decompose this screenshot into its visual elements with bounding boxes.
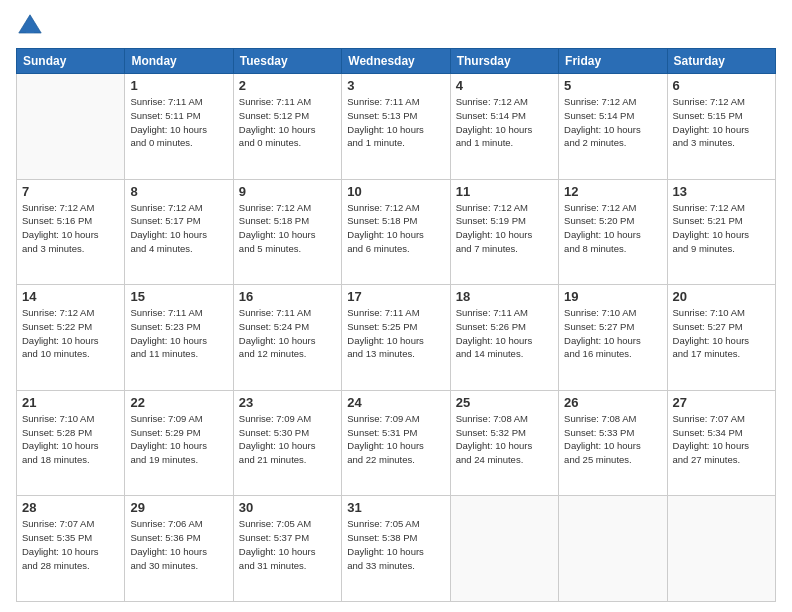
- day-number: 18: [456, 289, 553, 304]
- day-number: 4: [456, 78, 553, 93]
- calendar-cell: 19Sunrise: 7:10 AM Sunset: 5:27 PM Dayli…: [559, 285, 667, 391]
- calendar-cell: 1Sunrise: 7:11 AM Sunset: 5:11 PM Daylig…: [125, 74, 233, 180]
- day-info: Sunrise: 7:09 AM Sunset: 5:30 PM Dayligh…: [239, 412, 336, 467]
- day-info: Sunrise: 7:11 AM Sunset: 5:24 PM Dayligh…: [239, 306, 336, 361]
- day-number: 19: [564, 289, 661, 304]
- logo: [16, 12, 48, 40]
- calendar-cell: 11Sunrise: 7:12 AM Sunset: 5:19 PM Dayli…: [450, 179, 558, 285]
- calendar-cell: 22Sunrise: 7:09 AM Sunset: 5:29 PM Dayli…: [125, 390, 233, 496]
- day-number: 28: [22, 500, 119, 515]
- day-info: Sunrise: 7:12 AM Sunset: 5:18 PM Dayligh…: [239, 201, 336, 256]
- calendar-week-row: 21Sunrise: 7:10 AM Sunset: 5:28 PM Dayli…: [17, 390, 776, 496]
- day-info: Sunrise: 7:12 AM Sunset: 5:14 PM Dayligh…: [564, 95, 661, 150]
- day-info: Sunrise: 7:11 AM Sunset: 5:13 PM Dayligh…: [347, 95, 444, 150]
- day-number: 14: [22, 289, 119, 304]
- calendar-week-row: 14Sunrise: 7:12 AM Sunset: 5:22 PM Dayli…: [17, 285, 776, 391]
- calendar-cell: 17Sunrise: 7:11 AM Sunset: 5:25 PM Dayli…: [342, 285, 450, 391]
- day-number: 15: [130, 289, 227, 304]
- calendar-cell: 24Sunrise: 7:09 AM Sunset: 5:31 PM Dayli…: [342, 390, 450, 496]
- day-info: Sunrise: 7:12 AM Sunset: 5:14 PM Dayligh…: [456, 95, 553, 150]
- day-number: 22: [130, 395, 227, 410]
- calendar-cell: 15Sunrise: 7:11 AM Sunset: 5:23 PM Dayli…: [125, 285, 233, 391]
- calendar-cell: 31Sunrise: 7:05 AM Sunset: 5:38 PM Dayli…: [342, 496, 450, 602]
- calendar-header-tuesday: Tuesday: [233, 49, 341, 74]
- calendar-cell: 28Sunrise: 7:07 AM Sunset: 5:35 PM Dayli…: [17, 496, 125, 602]
- day-info: Sunrise: 7:05 AM Sunset: 5:38 PM Dayligh…: [347, 517, 444, 572]
- day-info: Sunrise: 7:11 AM Sunset: 5:25 PM Dayligh…: [347, 306, 444, 361]
- day-info: Sunrise: 7:05 AM Sunset: 5:37 PM Dayligh…: [239, 517, 336, 572]
- day-info: Sunrise: 7:12 AM Sunset: 5:17 PM Dayligh…: [130, 201, 227, 256]
- calendar-header-wednesday: Wednesday: [342, 49, 450, 74]
- day-info: Sunrise: 7:08 AM Sunset: 5:32 PM Dayligh…: [456, 412, 553, 467]
- day-number: 12: [564, 184, 661, 199]
- day-number: 10: [347, 184, 444, 199]
- day-number: 25: [456, 395, 553, 410]
- day-number: 1: [130, 78, 227, 93]
- day-number: 13: [673, 184, 770, 199]
- day-info: Sunrise: 7:11 AM Sunset: 5:11 PM Dayligh…: [130, 95, 227, 150]
- calendar-table: SundayMondayTuesdayWednesdayThursdayFrid…: [16, 48, 776, 602]
- calendar-cell: [559, 496, 667, 602]
- calendar-cell: 27Sunrise: 7:07 AM Sunset: 5:34 PM Dayli…: [667, 390, 775, 496]
- calendar-cell: 23Sunrise: 7:09 AM Sunset: 5:30 PM Dayli…: [233, 390, 341, 496]
- logo-icon: [16, 12, 44, 40]
- calendar-week-row: 7Sunrise: 7:12 AM Sunset: 5:16 PM Daylig…: [17, 179, 776, 285]
- day-info: Sunrise: 7:07 AM Sunset: 5:34 PM Dayligh…: [673, 412, 770, 467]
- calendar-cell: 12Sunrise: 7:12 AM Sunset: 5:20 PM Dayli…: [559, 179, 667, 285]
- calendar-cell: 10Sunrise: 7:12 AM Sunset: 5:18 PM Dayli…: [342, 179, 450, 285]
- day-info: Sunrise: 7:12 AM Sunset: 5:15 PM Dayligh…: [673, 95, 770, 150]
- calendar-cell: 20Sunrise: 7:10 AM Sunset: 5:27 PM Dayli…: [667, 285, 775, 391]
- day-info: Sunrise: 7:12 AM Sunset: 5:16 PM Dayligh…: [22, 201, 119, 256]
- calendar-cell: 29Sunrise: 7:06 AM Sunset: 5:36 PM Dayli…: [125, 496, 233, 602]
- day-number: 3: [347, 78, 444, 93]
- day-number: 24: [347, 395, 444, 410]
- calendar-cell: 26Sunrise: 7:08 AM Sunset: 5:33 PM Dayli…: [559, 390, 667, 496]
- calendar-cell: [17, 74, 125, 180]
- day-number: 21: [22, 395, 119, 410]
- day-number: 23: [239, 395, 336, 410]
- day-info: Sunrise: 7:09 AM Sunset: 5:29 PM Dayligh…: [130, 412, 227, 467]
- day-info: Sunrise: 7:07 AM Sunset: 5:35 PM Dayligh…: [22, 517, 119, 572]
- day-info: Sunrise: 7:12 AM Sunset: 5:22 PM Dayligh…: [22, 306, 119, 361]
- calendar-week-row: 1Sunrise: 7:11 AM Sunset: 5:11 PM Daylig…: [17, 74, 776, 180]
- day-number: 31: [347, 500, 444, 515]
- day-number: 30: [239, 500, 336, 515]
- calendar-cell: 18Sunrise: 7:11 AM Sunset: 5:26 PM Dayli…: [450, 285, 558, 391]
- calendar-cell: [667, 496, 775, 602]
- calendar-cell: 3Sunrise: 7:11 AM Sunset: 5:13 PM Daylig…: [342, 74, 450, 180]
- day-info: Sunrise: 7:10 AM Sunset: 5:27 PM Dayligh…: [673, 306, 770, 361]
- calendar-header-saturday: Saturday: [667, 49, 775, 74]
- day-info: Sunrise: 7:10 AM Sunset: 5:28 PM Dayligh…: [22, 412, 119, 467]
- day-info: Sunrise: 7:10 AM Sunset: 5:27 PM Dayligh…: [564, 306, 661, 361]
- day-number: 27: [673, 395, 770, 410]
- calendar-cell: 9Sunrise: 7:12 AM Sunset: 5:18 PM Daylig…: [233, 179, 341, 285]
- day-number: 8: [130, 184, 227, 199]
- day-info: Sunrise: 7:08 AM Sunset: 5:33 PM Dayligh…: [564, 412, 661, 467]
- day-number: 16: [239, 289, 336, 304]
- calendar-header-row: SundayMondayTuesdayWednesdayThursdayFrid…: [17, 49, 776, 74]
- calendar-cell: 16Sunrise: 7:11 AM Sunset: 5:24 PM Dayli…: [233, 285, 341, 391]
- day-number: 6: [673, 78, 770, 93]
- day-number: 5: [564, 78, 661, 93]
- calendar-cell: 14Sunrise: 7:12 AM Sunset: 5:22 PM Dayli…: [17, 285, 125, 391]
- calendar-header-monday: Monday: [125, 49, 233, 74]
- day-number: 17: [347, 289, 444, 304]
- calendar-header-thursday: Thursday: [450, 49, 558, 74]
- calendar-cell: [450, 496, 558, 602]
- day-info: Sunrise: 7:06 AM Sunset: 5:36 PM Dayligh…: [130, 517, 227, 572]
- calendar-cell: 2Sunrise: 7:11 AM Sunset: 5:12 PM Daylig…: [233, 74, 341, 180]
- day-number: 9: [239, 184, 336, 199]
- calendar-header-sunday: Sunday: [17, 49, 125, 74]
- calendar-cell: 25Sunrise: 7:08 AM Sunset: 5:32 PM Dayli…: [450, 390, 558, 496]
- header: [16, 12, 776, 40]
- day-info: Sunrise: 7:11 AM Sunset: 5:23 PM Dayligh…: [130, 306, 227, 361]
- calendar-cell: 6Sunrise: 7:12 AM Sunset: 5:15 PM Daylig…: [667, 74, 775, 180]
- day-info: Sunrise: 7:12 AM Sunset: 5:21 PM Dayligh…: [673, 201, 770, 256]
- day-info: Sunrise: 7:12 AM Sunset: 5:20 PM Dayligh…: [564, 201, 661, 256]
- day-number: 11: [456, 184, 553, 199]
- day-info: Sunrise: 7:12 AM Sunset: 5:19 PM Dayligh…: [456, 201, 553, 256]
- svg-rect-2: [26, 25, 34, 33]
- day-info: Sunrise: 7:11 AM Sunset: 5:26 PM Dayligh…: [456, 306, 553, 361]
- day-number: 2: [239, 78, 336, 93]
- calendar-cell: 4Sunrise: 7:12 AM Sunset: 5:14 PM Daylig…: [450, 74, 558, 180]
